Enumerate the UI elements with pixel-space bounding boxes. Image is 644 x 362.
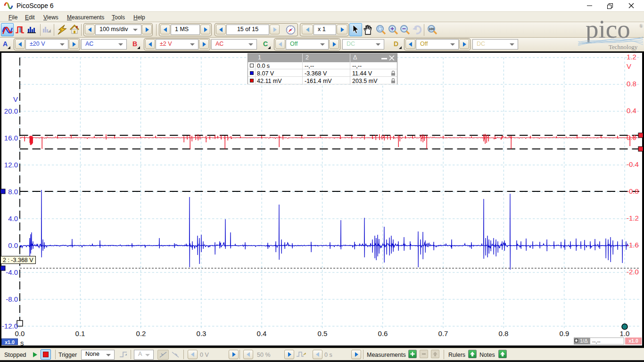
svg-text:100: 100 [429,27,434,31]
